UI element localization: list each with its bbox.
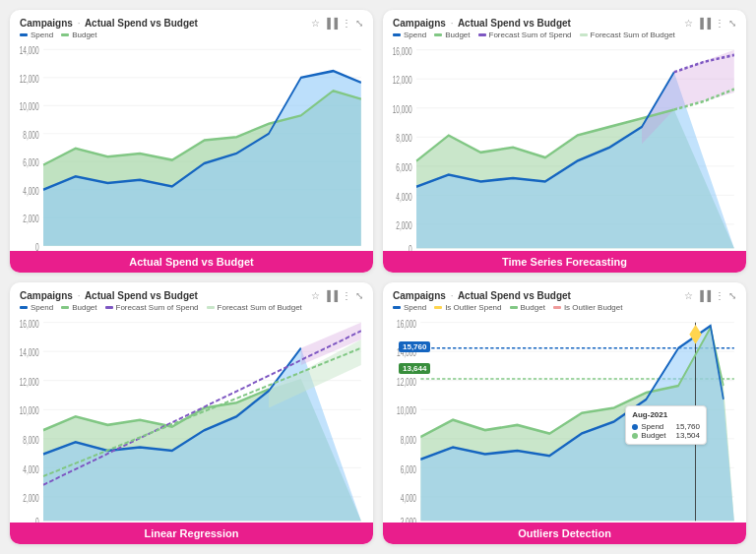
legend-spend-1: Spend xyxy=(20,31,53,39)
label-badge-2: Time Series Forecasting xyxy=(383,251,746,273)
more-icon-1[interactable]: ⋮ xyxy=(342,18,351,29)
chart-svg-2: 16,000 12,000 10,000 8,000 6,000 4,000 2… xyxy=(393,41,736,273)
svg-text:8,000: 8,000 xyxy=(401,434,416,446)
svg-text:2,000: 2,000 xyxy=(23,492,38,504)
legend-dot-spend-3 xyxy=(20,306,28,309)
more-icon-3[interactable]: ⋮ xyxy=(342,290,351,301)
svg-text:16,000: 16,000 xyxy=(393,45,412,57)
svg-text:6,000: 6,000 xyxy=(401,462,416,474)
legend-spend-3: Spend xyxy=(20,303,53,312)
legend-4: Spend Is Outlier Spend Budget Is Outlier… xyxy=(393,303,736,312)
svg-text:4,000: 4,000 xyxy=(401,492,416,504)
legend-forecast-budget-3: Forecast Sum of Budget xyxy=(207,303,302,312)
svg-text:10,000: 10,000 xyxy=(397,404,416,416)
svg-text:6,000: 6,000 xyxy=(23,157,39,169)
more-icon-2[interactable]: ⋮ xyxy=(715,18,724,29)
card-outliers: Campaigns · Actual Spend vs Budget ☆ ▐▐ … xyxy=(383,282,746,545)
chart-area-4: 15,760 13,644 16,000 14,000 12,000 10,00… xyxy=(393,314,736,545)
chart-svg-1: 14,000 12,000 10,000 8,000 6,000 4,000 2… xyxy=(20,41,363,273)
expand-icon-1[interactable]: ⤡ xyxy=(355,18,363,29)
svg-text:14,000: 14,000 xyxy=(20,346,39,358)
dashboard-grid: Campaigns · Actual Spend vs Budget ☆ ▐▐ … xyxy=(0,0,756,554)
legend-1: Spend Budget xyxy=(20,31,363,39)
card-actual-spend: Campaigns · Actual Spend vs Budget ☆ ▐▐ … xyxy=(10,10,373,273)
expand-icon-3[interactable]: ⤡ xyxy=(355,290,363,301)
outlier-value-mid: 13,644 xyxy=(399,363,430,374)
expand-icon-2[interactable]: ⤡ xyxy=(728,18,736,29)
chart-icon-2[interactable]: ▐▐ xyxy=(697,18,711,29)
tooltip-title: Aug-2021 xyxy=(632,410,700,419)
card-linear-regression: Campaigns · Actual Spend vs Budget ☆ ▐▐ … xyxy=(10,282,373,545)
legend-forecast-spend-2: Forecast Sum of Spend xyxy=(478,31,572,39)
legend-dot-spend-1 xyxy=(20,33,28,36)
card-title-1: Campaigns · Actual Spend vs Budget xyxy=(20,18,198,29)
card-icons-4[interactable]: ☆ ▐▐ ⋮ ⤡ xyxy=(684,290,736,301)
svg-text:4,000: 4,000 xyxy=(23,462,38,474)
svg-text:12,000: 12,000 xyxy=(397,376,416,388)
svg-text:2,000: 2,000 xyxy=(23,214,39,225)
label-badge-4: Outliers Detection xyxy=(383,523,746,544)
card-icons-3[interactable]: ☆ ▐▐ ⋮ ⤡ xyxy=(311,290,363,301)
chart-icon-3[interactable]: ▐▐ xyxy=(324,290,338,301)
card-header-2: Campaigns · Actual Spend vs Budget ☆ ▐▐ … xyxy=(393,18,736,29)
tooltip-value-spend: 15,760 xyxy=(676,422,700,431)
subtitle-3: Actual Spend vs Budget xyxy=(85,290,198,301)
svg-text:2,000: 2,000 xyxy=(396,219,411,231)
legend-forecast-spend-3: Forecast Sum of Spend xyxy=(105,303,199,312)
legend-dot-spend-2 xyxy=(393,33,401,36)
legend-dot-budget-1 xyxy=(61,33,69,36)
refresh-icon-2[interactable]: ☆ xyxy=(684,18,693,29)
card-icons-2[interactable]: ☆ ▐▐ ⋮ ⤡ xyxy=(684,18,736,29)
tooltip-dot-spend xyxy=(632,424,638,430)
chart-icon-4[interactable]: ▐▐ xyxy=(697,290,711,301)
legend-dot-fspend-3 xyxy=(105,306,113,309)
legend-budget-2: Budget xyxy=(434,31,470,39)
svg-text:16,000: 16,000 xyxy=(20,318,39,330)
tooltip-row-spend: Spend 15,760 xyxy=(632,422,700,431)
card-time-series: Campaigns · Actual Spend vs Budget ☆ ▐▐ … xyxy=(383,10,746,273)
chart-area-1: 14,000 12,000 10,000 8,000 6,000 4,000 2… xyxy=(20,41,363,273)
svg-text:12,000: 12,000 xyxy=(393,75,412,87)
legend-forecast-budget-2: Forecast Sum of Budget xyxy=(580,31,675,39)
chart-area-3: 16,000 14,000 12,000 10,000 8,000 4,000 … xyxy=(20,314,363,545)
svg-text:12,000: 12,000 xyxy=(20,376,39,388)
svg-text:8,000: 8,000 xyxy=(23,129,39,141)
legend-budget-1: Budget xyxy=(61,31,96,39)
tooltip-label-spend: Spend xyxy=(641,422,663,431)
legend-2: Spend Budget Forecast Sum of Spend Forec… xyxy=(393,31,736,39)
legend-outlier-spend-4: Is Outlier Spend xyxy=(434,303,501,312)
legend-dot-budget-2 xyxy=(434,33,442,36)
card-header-3: Campaigns · Actual Spend vs Budget ☆ ▐▐ … xyxy=(20,290,363,301)
tooltip-value-budget: 13,504 xyxy=(676,431,700,440)
title-main-3: Campaigns xyxy=(20,290,73,301)
chart-icon-1[interactable]: ▐▐ xyxy=(324,18,338,29)
svg-text:4,000: 4,000 xyxy=(396,191,411,203)
legend-dot-fbudget-3 xyxy=(207,306,215,309)
subtitle-1: Actual Spend vs Budget xyxy=(85,18,198,29)
svg-text:10,000: 10,000 xyxy=(20,404,39,416)
legend-spend-4: Spend xyxy=(393,303,426,312)
title-main-1: Campaigns xyxy=(20,18,73,29)
legend-budget-4: Budget xyxy=(510,303,545,312)
title-main-2: Campaigns xyxy=(393,18,446,29)
refresh-icon-3[interactable]: ☆ xyxy=(311,290,320,301)
card-header-1: Campaigns · Actual Spend vs Budget ☆ ▐▐ … xyxy=(20,18,363,29)
legend-dot-budget-3 xyxy=(61,306,69,309)
card-icons-1[interactable]: ☆ ▐▐ ⋮ ⤡ xyxy=(311,18,363,29)
refresh-icon-4[interactable]: ☆ xyxy=(684,290,693,301)
legend-dot-fspend-2 xyxy=(478,33,486,36)
expand-icon-4[interactable]: ⤡ xyxy=(728,290,736,301)
subtitle-4: Actual Spend vs Budget xyxy=(458,290,571,301)
legend-outlier-budget-4: Is Outlier Budget xyxy=(553,303,623,312)
legend-spend-2: Spend xyxy=(393,31,426,39)
chart-svg-3: 16,000 14,000 12,000 10,000 8,000 4,000 … xyxy=(20,314,363,545)
svg-text:12,000: 12,000 xyxy=(20,73,39,85)
legend-budget-3: Budget xyxy=(61,303,96,312)
card-title-4: Campaigns · Actual Spend vs Budget xyxy=(393,290,571,301)
refresh-icon-1[interactable]: ☆ xyxy=(311,18,320,29)
card-header-4: Campaigns · Actual Spend vs Budget ☆ ▐▐ … xyxy=(393,290,736,301)
card-title-2: Campaigns · Actual Spend vs Budget xyxy=(393,18,571,29)
label-badge-3: Linear Regression xyxy=(10,523,373,544)
svg-text:4,000: 4,000 xyxy=(23,185,39,197)
more-icon-4[interactable]: ⋮ xyxy=(715,290,724,301)
